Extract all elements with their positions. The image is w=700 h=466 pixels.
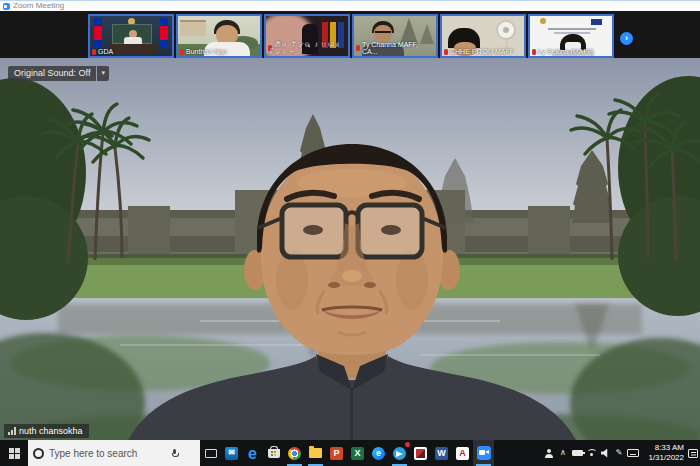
- windows-logo-icon: [9, 448, 20, 459]
- edge-button[interactable]: e: [242, 440, 263, 466]
- participant-thumbnail-khmer[interactable]: ឈឹម រិទ្ធ ប្រធានផ្នែក...: [264, 14, 350, 58]
- search-input[interactable]: [49, 448, 167, 459]
- zoom-meeting-window: Zoom Meeting GDA Bunthan Ng: [0, 0, 700, 466]
- mail-button[interactable]: ✉: [221, 440, 242, 466]
- taskbar-clock[interactable]: 8:33 AM 1/31/2022: [640, 443, 686, 463]
- edge-chromium-icon: e: [372, 447, 385, 460]
- participant-name: Ly Sekina (MAFF): [538, 48, 594, 55]
- file-explorer-button[interactable]: [305, 440, 326, 466]
- participant-name: CHHE PITOU MAFF: [450, 48, 514, 55]
- original-sound-button[interactable]: Original Sound: Off: [8, 66, 96, 81]
- action-center-button[interactable]: [686, 440, 700, 466]
- window-titlebar[interactable]: Zoom Meeting: [0, 0, 700, 11]
- participant-label: GDA: [92, 48, 170, 55]
- original-sound-caret-icon[interactable]: ▾: [97, 66, 109, 81]
- volume-button[interactable]: [598, 440, 612, 466]
- participant-name: Ty Channa MAFF, CA...: [362, 41, 434, 55]
- pen-icon: ✎: [616, 449, 623, 457]
- fan-center: [503, 27, 509, 33]
- acrobat-icon: A: [456, 447, 469, 460]
- file-explorer-icon: [309, 448, 322, 458]
- building: [180, 20, 206, 36]
- word-button[interactable]: W: [431, 440, 452, 466]
- network-button[interactable]: [584, 440, 598, 466]
- pen-button[interactable]: ✎: [612, 440, 626, 466]
- zoom-icon: [477, 446, 491, 460]
- photos-icon: [414, 447, 427, 460]
- start-button[interactable]: [0, 440, 28, 466]
- participant-glasses: [375, 31, 391, 35]
- participant-name: GDA: [98, 48, 113, 55]
- participant-name: ឈឹម រិទ្ធ ប្រធានផ្នែក...: [274, 41, 346, 55]
- window-title: Zoom Meeting: [13, 2, 64, 10]
- muted-mic-icon: [180, 49, 184, 55]
- chrome-button[interactable]: [284, 440, 305, 466]
- volume-icon: [601, 449, 610, 458]
- eu-flag: [591, 19, 602, 25]
- edge-icon: e: [248, 447, 257, 460]
- slide-emblem: [540, 18, 546, 24]
- speaker-name: nuth chansokha: [19, 426, 83, 436]
- touch-keyboard-button[interactable]: [626, 440, 640, 466]
- battery-icon: [572, 450, 583, 456]
- cortana-icon: [33, 448, 44, 459]
- microsoft-store-button[interactable]: [263, 440, 284, 466]
- participant-label: Ly Sekina (MAFF): [532, 48, 610, 55]
- windows-taskbar: ✉ e P X e W: [0, 440, 700, 466]
- participant-thumbnail-ly-sekina[interactable]: Ly Sekina (MAFF): [528, 14, 614, 58]
- muted-mic-icon: [356, 45, 360, 51]
- powerpoint-button[interactable]: P: [326, 440, 347, 466]
- wifi-icon: [586, 449, 597, 458]
- system-tray: ∧ ✎ 8:33 AM 1/31/2022: [542, 440, 700, 466]
- muted-mic-icon: [92, 49, 96, 55]
- clock-date: 1/31/2022: [640, 453, 684, 463]
- acrobat-button[interactable]: A: [452, 440, 473, 466]
- clock-time: 8:33 AM: [640, 443, 684, 453]
- main-speaker-video[interactable]: Original Sound: Off ▾ nuth chansokha: [0, 58, 700, 440]
- speaker-name-tag: nuth chansokha: [4, 424, 89, 438]
- people-icon: [545, 449, 554, 458]
- telegram-button[interactable]: [389, 440, 410, 466]
- microsoft-store-icon: [268, 449, 280, 458]
- audio-level-icon: [8, 427, 16, 435]
- muted-mic-icon: [444, 49, 448, 55]
- search-mic-icon[interactable]: [172, 449, 177, 457]
- slide-text-line: [548, 28, 596, 30]
- powerpoint-icon: P: [330, 447, 343, 460]
- taskbar-search[interactable]: [28, 440, 200, 466]
- action-center-icon: [688, 449, 698, 458]
- participant-thumbnail-bunthan[interactable]: Bunthan Ngo: [176, 14, 262, 58]
- edge-chromium-button[interactable]: e: [368, 440, 389, 466]
- muted-mic-icon: [532, 49, 536, 55]
- zoom-taskbar-button[interactable]: [473, 440, 494, 466]
- battery-button[interactable]: [570, 440, 584, 466]
- participant-name: Bunthan Ngo: [186, 48, 227, 55]
- task-view-icon: [205, 449, 217, 458]
- telegram-icon: [393, 447, 406, 460]
- angkor-wat-virtual-background: [0, 58, 700, 440]
- excel-icon: X: [351, 447, 364, 460]
- people-button[interactable]: [542, 440, 556, 466]
- cambodia-flag-left: [94, 18, 102, 48]
- chrome-icon: [288, 447, 301, 460]
- filmstrip-next-page-button[interactable]: ›: [620, 32, 633, 45]
- task-view-button[interactable]: [200, 440, 221, 466]
- photos-button[interactable]: [410, 440, 431, 466]
- mail-icon: ✉: [225, 447, 238, 460]
- participant-thumbnail-ty-channa[interactable]: Ty Channa MAFF, CA...: [352, 14, 438, 58]
- hidden-icons-button[interactable]: ∧: [556, 440, 570, 466]
- participant-filmstrip: GDA Bunthan Ngo ឈឹម រិទ្ធ ប្រធានផ្នែក..: [0, 11, 700, 58]
- participant-label: CHHE PITOU MAFF: [444, 48, 522, 55]
- zoom-app-icon: [3, 3, 10, 10]
- participant-thumbnail-chhe-pitou[interactable]: CHHE PITOU MAFF: [440, 14, 526, 58]
- cambodia-flag-right: [160, 18, 168, 48]
- participant-label: Ty Channa MAFF, CA...: [356, 41, 434, 55]
- chevron-up-icon: ∧: [560, 449, 566, 457]
- participant-thumbnail-gda[interactable]: GDA: [88, 14, 174, 58]
- word-icon: W: [435, 447, 448, 460]
- participant-label: ឈឹម រិទ្ធ ប្រធានផ្នែក...: [268, 41, 346, 55]
- muted-mic-icon: [268, 45, 272, 51]
- excel-button[interactable]: X: [347, 440, 368, 466]
- participant-label: Bunthan Ngo: [180, 48, 258, 55]
- touch-keyboard-icon: [627, 449, 639, 457]
